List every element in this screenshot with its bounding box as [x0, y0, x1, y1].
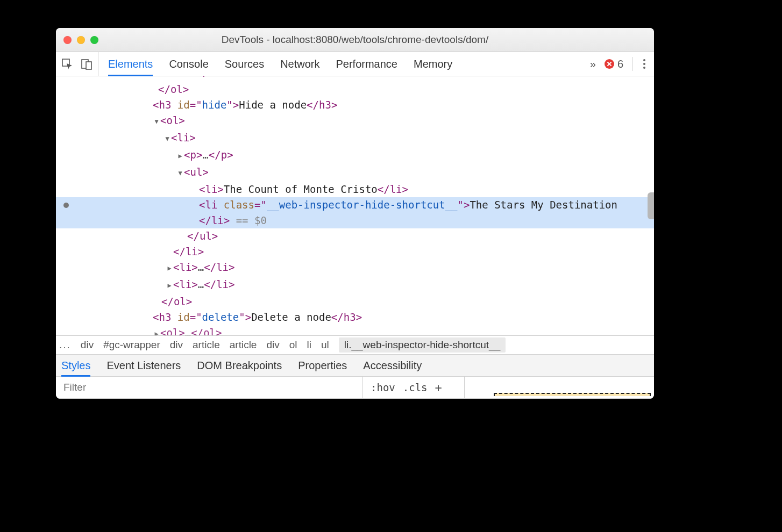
scrollbar-thumb[interactable] — [648, 192, 654, 219]
toolbar-right: » 6 — [590, 52, 654, 76]
breadcrumb-item[interactable]: div — [170, 339, 183, 351]
svg-rect-2 — [86, 62, 91, 69]
collapse-icon[interactable] — [163, 130, 171, 147]
subtab-event-listeners[interactable]: Event Listeners — [106, 355, 181, 376]
tab-console[interactable]: Console — [169, 52, 208, 76]
devtools-window: DevTools - localhost:8080/web/tools/chro… — [56, 28, 654, 399]
dom-line[interactable]: <ol> — [56, 113, 654, 130]
tab-performance[interactable]: Performance — [336, 52, 398, 76]
zoom-window-button[interactable] — [90, 36, 98, 44]
close-window-button[interactable] — [63, 36, 72, 44]
breadcrumb-item-selected[interactable]: li.__web-inspector-hide-shortcut__ — [339, 337, 506, 353]
device-toolbar-icon[interactable] — [81, 58, 93, 70]
toolbar-left — [56, 52, 98, 76]
dom-tree-pane[interactable]: <li>…</li> </ol> <h3 id="hide">Hide a no… — [56, 76, 654, 335]
styles-filter-input[interactable] — [56, 377, 363, 398]
breadcrumb-item[interactable]: li — [307, 339, 311, 351]
breadcrumb-item[interactable]: ol — [289, 339, 297, 351]
breadcrumb-overflow[interactable]: ... — [59, 339, 71, 351]
subtab-styles[interactable]: Styles — [61, 355, 90, 376]
tab-memory[interactable]: Memory — [414, 52, 452, 76]
panel-tabs: Elements Console Sources Network Perform… — [98, 52, 590, 76]
window-controls — [63, 36, 98, 44]
collapse-icon[interactable] — [176, 164, 184, 181]
box-model-pane — [465, 377, 654, 398]
tab-elements[interactable]: Elements — [108, 52, 153, 76]
toolbar: Elements Console Sources Network Perform… — [56, 52, 654, 76]
titlebar: DevTools - localhost:8080/web/tools/chro… — [56, 28, 654, 52]
cls-toggle[interactable]: .cls — [403, 382, 428, 393]
settings-menu-icon[interactable] — [641, 59, 648, 69]
breadcrumb-item[interactable]: div — [81, 339, 94, 351]
tab-network[interactable]: Network — [280, 52, 319, 76]
inspect-element-icon[interactable] — [61, 58, 73, 70]
breadcrumb-item[interactable]: ul — [321, 339, 329, 351]
sidebar-tabs: Styles Event Listeners DOM Breakpoints P… — [56, 354, 654, 377]
breadcrumb-item[interactable]: div — [266, 339, 279, 351]
error-icon — [605, 59, 614, 69]
subtab-properties[interactable]: Properties — [298, 355, 347, 376]
breadcrumb-item[interactable]: #gc-wrapper — [103, 339, 160, 351]
styles-filter-buttons: :hov .cls + — [363, 377, 465, 398]
breadcrumb: ... div #gc-wrapper div article article … — [56, 335, 654, 354]
tabs-overflow-icon[interactable]: » — [590, 58, 596, 70]
dom-line[interactable]: <h3 id="hide">Hide a node</h3> — [56, 97, 654, 113]
error-count-value: 6 — [617, 58, 623, 70]
breadcrumb-item[interactable]: article — [230, 339, 257, 351]
expand-icon[interactable] — [166, 259, 173, 276]
breadcrumb-item[interactable]: article — [193, 339, 220, 351]
hidden-node-indicator-icon — [63, 203, 69, 208]
collapse-icon[interactable] — [153, 112, 160, 130]
dom-line[interactable]: <li>The Count of Monte Cristo</li> — [56, 182, 654, 197]
subtab-dom-breakpoints[interactable]: DOM Breakpoints — [197, 355, 282, 376]
dom-line[interactable]: <ol>…</ol> — [56, 325, 654, 335]
dom-line[interactable]: </ol> — [56, 294, 654, 310]
dom-line[interactable]: </li> — [56, 244, 654, 260]
styles-filter-row: :hov .cls + — [56, 377, 654, 399]
box-model-margin — [494, 393, 651, 396]
dom-line[interactable]: <li> — [56, 130, 654, 147]
expand-icon[interactable] — [166, 276, 173, 293]
expand-icon[interactable] — [153, 325, 160, 335]
dom-line[interactable]: <p>…</p> — [56, 147, 654, 164]
dom-line[interactable]: <h3 id="delete">Delete a node</h3> — [56, 310, 654, 325]
expand-icon[interactable] — [176, 147, 184, 164]
dom-line[interactable]: </ul> — [56, 228, 654, 244]
dom-line[interactable]: <ul> — [56, 164, 654, 182]
dom-line[interactable]: <li>…</li> — [56, 260, 654, 277]
separator — [632, 57, 632, 71]
tab-sources[interactable]: Sources — [225, 52, 264, 76]
subtab-accessibility[interactable]: Accessibility — [363, 355, 422, 376]
error-count[interactable]: 6 — [605, 58, 623, 70]
dom-line-selected[interactable]: <li class="__web-inspector-hide-shortcut… — [56, 197, 654, 213]
new-style-rule-icon[interactable]: + — [435, 381, 442, 394]
dom-line-selected[interactable]: </li> == $0 — [56, 213, 654, 228]
expand-icon[interactable] — [158, 76, 166, 81]
window-title: DevTools - localhost:8080/web/tools/chro… — [56, 34, 654, 46]
dom-line[interactable]: <li>…</li> — [56, 277, 654, 294]
hov-toggle[interactable]: :hov — [371, 382, 395, 393]
dom-line[interactable]: </ol> — [56, 82, 654, 97]
minimize-window-button[interactable] — [77, 36, 85, 44]
